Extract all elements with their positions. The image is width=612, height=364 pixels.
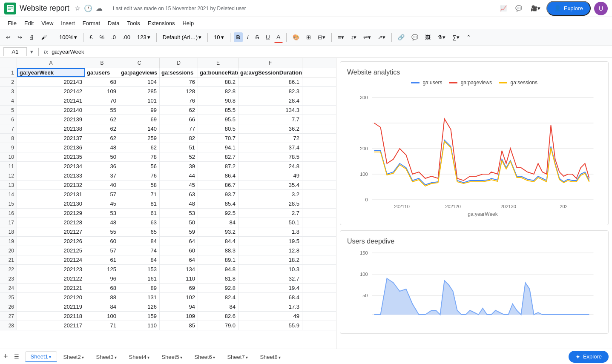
cell-yearweek[interactable]: 202143 [17, 77, 85, 86]
filter-btn[interactable]: ⚗▾ [435, 32, 448, 42]
cell-sessions[interactable]: 102 [160, 293, 198, 302]
cell-pageviews[interactable]: 81 [119, 199, 160, 208]
cell-bouncerate[interactable]: 70.7 [198, 134, 238, 143]
share-button[interactable]: 👤 Explore [546, 1, 591, 16]
cell-bouncerate[interactable]: 81.8 [198, 274, 238, 283]
cell-avgsession[interactable]: 49 [238, 312, 302, 321]
cell-bouncerate[interactable]: 84 [198, 218, 238, 227]
document-title[interactable]: Website report [20, 4, 69, 13]
cell-yearweek[interactable]: 202131 [17, 190, 85, 199]
print-btn[interactable]: 🖨 [26, 32, 37, 42]
menu-extensions[interactable]: Extensions [144, 19, 178, 28]
cell-bouncerate[interactable]: 95.5 [198, 115, 238, 124]
cell-avgsession[interactable]: 3.2 [238, 190, 302, 199]
cell-users[interactable]: 62 [85, 124, 119, 133]
cell-bouncerate[interactable]: 84 [198, 302, 238, 311]
cell-avgsession[interactable]: 78.5 [238, 152, 302, 161]
cell-yearweek[interactable]: 202135 [17, 152, 85, 161]
cell-sessions[interactable]: 48 [160, 199, 198, 208]
cell-e1[interactable]: ga:bounceRate [198, 68, 238, 77]
history-icon[interactable]: 🕐 [84, 4, 92, 12]
cell-yearweek[interactable]: 202142 [17, 87, 85, 96]
cell-d1[interactable]: ga:sessions [160, 68, 198, 77]
cell-avgsession[interactable]: 1.8 [238, 227, 302, 236]
cell-yearweek[interactable]: 202119 [17, 302, 85, 311]
cell-sessions[interactable]: 85 [160, 321, 198, 330]
cell-sessions[interactable]: 77 [160, 124, 198, 133]
cell-users[interactable]: 62 [85, 115, 119, 124]
redo-btn[interactable]: ↪ [15, 32, 25, 42]
cell-yearweek[interactable]: 202128 [17, 218, 85, 227]
valign-btn[interactable]: ↕▾ [348, 32, 359, 42]
cell-yearweek[interactable]: 202132 [17, 181, 85, 189]
cell-sessions[interactable]: 51 [160, 143, 198, 152]
cell-pageviews[interactable]: 285 [119, 87, 160, 96]
cell-bouncerate[interactable]: 82.7 [198, 152, 238, 161]
cell-sessions[interactable]: 134 [160, 265, 198, 274]
meet-icon-btn[interactable]: 🎥▾ [528, 3, 543, 13]
cell-avgsession[interactable]: 86.1 [238, 77, 302, 86]
cell-avgsession[interactable]: 72 [238, 134, 302, 143]
currency-btn[interactable]: £ [87, 32, 95, 42]
cell-pageviews[interactable]: 84 [119, 237, 160, 246]
cell-avgsession[interactable]: 18.2 [238, 255, 302, 264]
cell-pageviews[interactable]: 101 [119, 96, 160, 105]
merge-btn[interactable]: ⊟▾ [315, 32, 328, 42]
cell-sessions[interactable]: 63 [160, 190, 198, 199]
cell-bouncerate[interactable]: 84.4 [198, 237, 238, 246]
percent-btn[interactable]: % [97, 32, 107, 42]
cell-pageviews[interactable]: 61 [119, 209, 160, 218]
borders-btn[interactable]: ⊞ [304, 32, 313, 42]
cell-sessions[interactable]: 59 [160, 227, 198, 236]
cell-pageviews[interactable]: 110 [119, 321, 160, 330]
paint-format-btn[interactable]: 🖌 [39, 32, 49, 42]
underline-btn[interactable]: U [263, 32, 272, 42]
expand-cell-icon[interactable]: ▾ [30, 49, 33, 55]
menu-tools[interactable]: Tools [124, 19, 143, 28]
cell-avgsession[interactable]: 134.3 [238, 106, 302, 115]
cell-avgsession[interactable]: 36.2 [238, 124, 302, 133]
cell-bouncerate[interactable]: 92.5 [198, 209, 238, 218]
cell-avgsession[interactable]: 7.7 [238, 115, 302, 124]
font-size-dropdown[interactable]: 10 ▾ [211, 33, 226, 42]
cell-yearweek[interactable]: 202124 [17, 255, 85, 264]
cell-yearweek[interactable]: 202123 [17, 265, 85, 274]
cell-bouncerate[interactable]: 92.8 [198, 284, 238, 292]
cell-users[interactable]: 109 [85, 87, 119, 96]
cloud-icon[interactable]: ☁ [96, 4, 103, 12]
cell-sessions[interactable]: 62 [160, 106, 198, 115]
cell-yearweek[interactable]: 202136 [17, 143, 85, 152]
cell-c1[interactable]: ga:pageviews [119, 68, 160, 77]
cell-sessions[interactable]: 53 [160, 209, 198, 218]
font-dropdown[interactable]: Default (Ari…) ▾ [160, 33, 204, 42]
cell-pageviews[interactable]: 99 [119, 106, 160, 115]
cell-avgsession[interactable]: 10.3 [238, 265, 302, 274]
cell-sessions[interactable]: 128 [160, 87, 198, 96]
cell-yearweek[interactable]: 202117 [17, 321, 85, 330]
analytics-icon-btn[interactable]: 📈 [497, 3, 509, 13]
menu-file[interactable]: File [4, 19, 20, 28]
cell-pageviews[interactable]: 65 [119, 227, 160, 236]
cell-bouncerate[interactable]: 86.7 [198, 181, 238, 189]
cell-yearweek[interactable]: 202140 [17, 106, 85, 115]
col-header-e[interactable]: E [198, 58, 238, 68]
cell-bouncerate[interactable]: 88.3 [198, 246, 238, 255]
cell-sessions[interactable]: 76 [160, 96, 198, 105]
cell-users[interactable]: 68 [85, 284, 119, 292]
cell-avgsession[interactable]: 68.4 [238, 293, 302, 302]
cell-pageviews[interactable]: 71 [119, 190, 160, 199]
cell-sessions[interactable]: 69 [160, 284, 198, 292]
cell-avgsession[interactable]: 35.4 [238, 181, 302, 189]
cell-pageviews[interactable]: 259 [119, 134, 160, 143]
formula-input[interactable] [52, 49, 609, 55]
cell-yearweek[interactable]: 202138 [17, 124, 85, 133]
cell-sessions[interactable]: 39 [160, 162, 198, 171]
menu-edit[interactable]: Edit [21, 19, 37, 28]
cell-bouncerate[interactable]: 87.2 [198, 162, 238, 171]
menu-data[interactable]: Data [104, 19, 123, 28]
cell-sessions[interactable]: 94 [160, 302, 198, 311]
cell-yearweek[interactable]: 202137 [17, 134, 85, 143]
decimal0-btn[interactable]: .0 [109, 32, 118, 42]
cell-pageviews[interactable]: 159 [119, 312, 160, 321]
cell-sessions[interactable]: 44 [160, 171, 198, 180]
